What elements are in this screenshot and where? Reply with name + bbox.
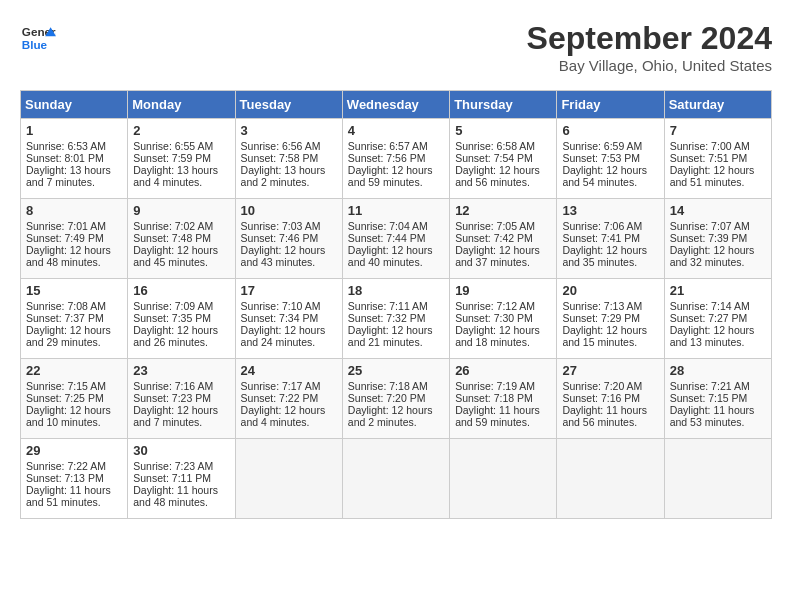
calendar-table: Sunday Monday Tuesday Wednesday Thursday… (20, 90, 772, 519)
sunset-line: Sunset: 7:18 PM (455, 392, 533, 404)
sunrise-line: Sunrise: 7:20 AM (562, 380, 642, 392)
daylight-line: Daylight: 12 hours and 24 minutes. (241, 324, 326, 348)
sunset-line: Sunset: 7:39 PM (670, 232, 748, 244)
calendar-cell: 4 Sunrise: 6:57 AM Sunset: 7:56 PM Dayli… (342, 119, 449, 199)
page-header: General Blue September 2024 Bay Village,… (20, 20, 772, 74)
daylight-line: Daylight: 12 hours and 45 minutes. (133, 244, 218, 268)
day-number: 23 (133, 363, 229, 378)
calendar-cell: 2 Sunrise: 6:55 AM Sunset: 7:59 PM Dayli… (128, 119, 235, 199)
daylight-line: Daylight: 12 hours and 43 minutes. (241, 244, 326, 268)
sunset-line: Sunset: 7:58 PM (241, 152, 319, 164)
sunset-line: Sunset: 7:46 PM (241, 232, 319, 244)
day-number: 19 (455, 283, 551, 298)
sunrise-line: Sunrise: 7:02 AM (133, 220, 213, 232)
day-number: 21 (670, 283, 766, 298)
daylight-line: Daylight: 12 hours and 18 minutes. (455, 324, 540, 348)
sunrise-line: Sunrise: 7:12 AM (455, 300, 535, 312)
day-number: 30 (133, 443, 229, 458)
col-saturday: Saturday (664, 91, 771, 119)
sunrise-line: Sunrise: 7:00 AM (670, 140, 750, 152)
sunset-line: Sunset: 7:16 PM (562, 392, 640, 404)
sunset-line: Sunset: 7:13 PM (26, 472, 104, 484)
daylight-line: Daylight: 11 hours and 53 minutes. (670, 404, 755, 428)
sunrise-line: Sunrise: 7:17 AM (241, 380, 321, 392)
day-number: 1 (26, 123, 122, 138)
header-row: Sunday Monday Tuesday Wednesday Thursday… (21, 91, 772, 119)
calendar-week-5: 29 Sunrise: 7:22 AM Sunset: 7:13 PM Dayl… (21, 439, 772, 519)
calendar-cell: 30 Sunrise: 7:23 AM Sunset: 7:11 PM Dayl… (128, 439, 235, 519)
sunrise-line: Sunrise: 7:10 AM (241, 300, 321, 312)
calendar-week-2: 8 Sunrise: 7:01 AM Sunset: 7:49 PM Dayli… (21, 199, 772, 279)
calendar-cell: 8 Sunrise: 7:01 AM Sunset: 7:49 PM Dayli… (21, 199, 128, 279)
day-number: 6 (562, 123, 658, 138)
day-number: 8 (26, 203, 122, 218)
calendar-week-4: 22 Sunrise: 7:15 AM Sunset: 7:25 PM Dayl… (21, 359, 772, 439)
calendar-cell: 23 Sunrise: 7:16 AM Sunset: 7:23 PM Dayl… (128, 359, 235, 439)
calendar-cell: 1 Sunrise: 6:53 AM Sunset: 8:01 PM Dayli… (21, 119, 128, 199)
day-number: 4 (348, 123, 444, 138)
day-number: 27 (562, 363, 658, 378)
sunset-line: Sunset: 7:37 PM (26, 312, 104, 324)
sunset-line: Sunset: 7:25 PM (26, 392, 104, 404)
sunset-line: Sunset: 7:42 PM (455, 232, 533, 244)
daylight-line: Daylight: 12 hours and 29 minutes. (26, 324, 111, 348)
calendar-cell: 19 Sunrise: 7:12 AM Sunset: 7:30 PM Dayl… (450, 279, 557, 359)
sunrise-line: Sunrise: 6:57 AM (348, 140, 428, 152)
calendar-cell: 10 Sunrise: 7:03 AM Sunset: 7:46 PM Dayl… (235, 199, 342, 279)
sunset-line: Sunset: 7:35 PM (133, 312, 211, 324)
daylight-line: Daylight: 11 hours and 59 minutes. (455, 404, 540, 428)
daylight-line: Daylight: 12 hours and 59 minutes. (348, 164, 433, 188)
sunset-line: Sunset: 7:23 PM (133, 392, 211, 404)
sunset-line: Sunset: 7:49 PM (26, 232, 104, 244)
calendar-cell: 18 Sunrise: 7:11 AM Sunset: 7:32 PM Dayl… (342, 279, 449, 359)
daylight-line: Daylight: 12 hours and 15 minutes. (562, 324, 647, 348)
calendar-cell: 11 Sunrise: 7:04 AM Sunset: 7:44 PM Dayl… (342, 199, 449, 279)
sunrise-line: Sunrise: 7:19 AM (455, 380, 535, 392)
sunrise-line: Sunrise: 7:15 AM (26, 380, 106, 392)
sunrise-line: Sunrise: 7:13 AM (562, 300, 642, 312)
day-number: 26 (455, 363, 551, 378)
sunrise-line: Sunrise: 7:08 AM (26, 300, 106, 312)
day-number: 7 (670, 123, 766, 138)
calendar-cell: 21 Sunrise: 7:14 AM Sunset: 7:27 PM Dayl… (664, 279, 771, 359)
daylight-line: Daylight: 12 hours and 56 minutes. (455, 164, 540, 188)
sunset-line: Sunset: 7:48 PM (133, 232, 211, 244)
daylight-line: Daylight: 12 hours and 21 minutes. (348, 324, 433, 348)
sunset-line: Sunset: 7:34 PM (241, 312, 319, 324)
calendar-cell: 24 Sunrise: 7:17 AM Sunset: 7:22 PM Dayl… (235, 359, 342, 439)
daylight-line: Daylight: 12 hours and 26 minutes. (133, 324, 218, 348)
calendar-cell: 29 Sunrise: 7:22 AM Sunset: 7:13 PM Dayl… (21, 439, 128, 519)
calendar-cell (664, 439, 771, 519)
logo-icon: General Blue (20, 20, 56, 56)
sunrise-line: Sunrise: 7:01 AM (26, 220, 106, 232)
sunrise-line: Sunrise: 6:56 AM (241, 140, 321, 152)
sunset-line: Sunset: 7:59 PM (133, 152, 211, 164)
day-number: 3 (241, 123, 337, 138)
daylight-line: Daylight: 13 hours and 2 minutes. (241, 164, 326, 188)
sunset-line: Sunset: 8:01 PM (26, 152, 104, 164)
daylight-line: Daylight: 12 hours and 7 minutes. (133, 404, 218, 428)
calendar-cell (450, 439, 557, 519)
daylight-line: Daylight: 11 hours and 56 minutes. (562, 404, 647, 428)
day-number: 16 (133, 283, 229, 298)
day-number: 12 (455, 203, 551, 218)
col-thursday: Thursday (450, 91, 557, 119)
daylight-line: Daylight: 11 hours and 51 minutes. (26, 484, 111, 508)
col-monday: Monday (128, 91, 235, 119)
daylight-line: Daylight: 11 hours and 48 minutes. (133, 484, 218, 508)
calendar-cell: 5 Sunrise: 6:58 AM Sunset: 7:54 PM Dayli… (450, 119, 557, 199)
day-number: 18 (348, 283, 444, 298)
sunrise-line: Sunrise: 6:53 AM (26, 140, 106, 152)
day-number: 17 (241, 283, 337, 298)
calendar-cell: 20 Sunrise: 7:13 AM Sunset: 7:29 PM Dayl… (557, 279, 664, 359)
sunset-line: Sunset: 7:41 PM (562, 232, 640, 244)
day-number: 2 (133, 123, 229, 138)
sunset-line: Sunset: 7:44 PM (348, 232, 426, 244)
calendar-cell: 16 Sunrise: 7:09 AM Sunset: 7:35 PM Dayl… (128, 279, 235, 359)
calendar-cell (235, 439, 342, 519)
calendar-week-3: 15 Sunrise: 7:08 AM Sunset: 7:37 PM Dayl… (21, 279, 772, 359)
daylight-line: Daylight: 13 hours and 7 minutes. (26, 164, 111, 188)
daylight-line: Daylight: 12 hours and 2 minutes. (348, 404, 433, 428)
sunrise-line: Sunrise: 7:09 AM (133, 300, 213, 312)
sunrise-line: Sunrise: 7:07 AM (670, 220, 750, 232)
